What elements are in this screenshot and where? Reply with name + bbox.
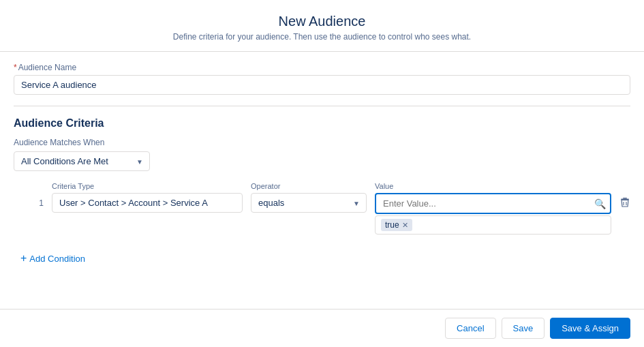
operator-header: Operator — [251, 182, 367, 190]
criteria-column-headers: Criteria Type Operator Value — [14, 182, 630, 190]
criteria-row: 1 equals not equals ▼ 🔍 — [14, 193, 630, 235]
value-input-wrapper: 🔍 — [375, 193, 611, 214]
add-condition-label: Add Condition — [29, 254, 85, 264]
close-icon[interactable]: ✕ — [402, 222, 408, 229]
operator-select-wrapper: equals not equals ▼ — [251, 193, 367, 213]
save-button[interactable]: Save — [502, 318, 545, 339]
page-header: New Audience Define criteria for your au… — [0, 0, 644, 52]
value-tag: true ✕ — [381, 219, 412, 231]
svg-rect-0 — [623, 198, 627, 199]
value-area: 🔍 true ✕ — [375, 193, 611, 235]
plus-icon: + — [20, 252, 27, 265]
page-subtitle: Define criteria for your audience. Then … — [14, 32, 630, 42]
add-condition-button[interactable]: + Add Condition — [14, 248, 92, 269]
cancel-button[interactable]: Cancel — [445, 318, 495, 339]
criteria-section-title: Audience Criteria — [14, 117, 630, 130]
row-number: 1 — [14, 193, 44, 208]
svg-rect-1 — [621, 199, 629, 200]
required-marker: * — [14, 63, 17, 72]
audience-name-input[interactable] — [14, 75, 630, 95]
delete-row-button[interactable] — [619, 193, 630, 211]
matches-when-select[interactable]: All Conditions Are Met Any Condition Is … — [14, 151, 150, 171]
matches-when-wrapper: All Conditions Are Met Any Condition Is … — [14, 151, 150, 171]
criteria-type-input[interactable] — [52, 193, 243, 213]
value-header: Value — [375, 182, 630, 190]
matches-when-label: Audience Matches When — [14, 138, 630, 147]
content-area: *Audience Name Audience Criteria Audienc… — [0, 52, 644, 309]
page-title: New Audience — [14, 14, 630, 29]
trash-icon — [619, 197, 630, 211]
value-tags-box: true ✕ — [375, 215, 611, 235]
save-assign-button[interactable]: Save & Assign — [550, 318, 630, 339]
criteria-area: Criteria Type Operator Value 1 equals no… — [14, 182, 630, 235]
operator-select[interactable]: equals not equals — [251, 193, 367, 213]
tag-label: true — [385, 220, 399, 230]
audience-criteria-section: Audience Criteria Audience Matches When … — [14, 117, 630, 269]
audience-name-label: *Audience Name — [14, 63, 630, 72]
criteria-type-header: Criteria Type — [52, 182, 243, 190]
value-input[interactable] — [375, 193, 611, 214]
audience-name-section: *Audience Name — [14, 63, 630, 106]
footer: Cancel Save Save & Assign — [0, 309, 644, 347]
